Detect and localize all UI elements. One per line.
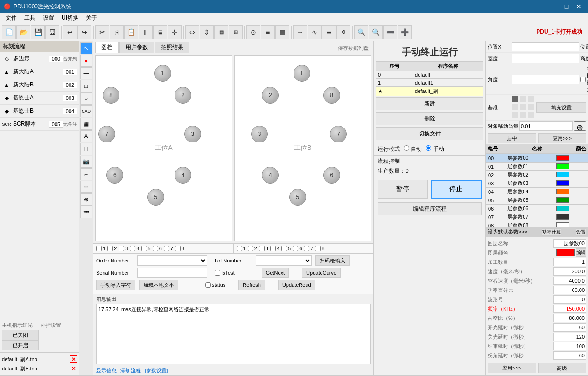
tool-more[interactable]: ••• <box>80 206 92 218</box>
switch-btn[interactable]: 切换文件 <box>376 127 483 140</box>
cb-a-3[interactable]: 3 <box>119 246 128 251</box>
tb-mirror2[interactable]: ⇕ <box>200 25 214 39</box>
node-b-8[interactable]: 8 <box>323 87 340 104</box>
cb-a-5[interactable]: 5 <box>141 246 151 251</box>
cb-b-7[interactable]: 7 <box>304 246 313 251</box>
cb-a-8[interactable]: 8 <box>175 246 184 251</box>
tb-array[interactable]: ⊞ <box>229 25 243 39</box>
tab-photos[interactable]: 拍照结果 <box>155 42 189 53</box>
wave-value[interactable]: 0 <box>553 295 586 304</box>
base-mc[interactable] <box>520 104 526 110</box>
tool-align2[interactable]: ↕↕ <box>80 181 92 193</box>
tool-point[interactable]: ● <box>80 55 92 67</box>
power-value[interactable]: 60.00 <box>553 286 586 294</box>
pause-btn[interactable]: 暂停 <box>378 180 428 199</box>
load-local-btn[interactable]: 加载本地文本 <box>139 280 178 290</box>
save-data-btn[interactable]: 保存数据到盘 <box>335 44 371 53</box>
layer-row-05[interactable]: 05 层参数05 <box>486 196 588 205</box>
tb-save[interactable]: 💾 <box>31 25 45 39</box>
width-input[interactable] <box>512 54 579 63</box>
auto-mode-label[interactable]: 自动 <box>404 145 422 153</box>
freq-value[interactable]: 150.000 <box>553 305 586 313</box>
tool-barcode[interactable]: ||| <box>80 143 92 155</box>
tb-redo[interactable]: ↪ <box>77 25 91 39</box>
base-tc[interactable] <box>520 96 526 102</box>
param-settings-btn[interactable]: [参数设置] <box>145 367 168 374</box>
node-b-6[interactable]: 6 <box>323 167 340 184</box>
maximize-button[interactable]: □ <box>561 2 572 11</box>
new-btn[interactable]: 新建 <box>376 97 483 110</box>
get-next-btn[interactable]: GetNext <box>262 268 289 278</box>
node-a-6[interactable]: 6 <box>106 167 123 184</box>
calc-btn[interactable]: 功率计算 <box>542 228 561 236</box>
tb-copy[interactable]: ⎘ <box>110 25 124 39</box>
auto-radio[interactable] <box>404 145 409 151</box>
cb-a-4[interactable]: 4 <box>130 246 139 251</box>
workstation-b[interactable]: 工位B 1 2 8 3 7 4 6 5 <box>234 55 371 241</box>
light-off-value[interactable]: 120 <box>553 333 586 341</box>
update-curve-btn[interactable]: UpdateCurve <box>302 268 341 278</box>
tb-minus[interactable]: ➖ <box>383 25 397 39</box>
tb-paste[interactable]: 📋 <box>124 25 138 39</box>
cb-b-6[interactable]: 6 <box>293 246 302 251</box>
cb-b-3[interactable]: 3 <box>259 246 268 251</box>
node-a-7[interactable]: 7 <box>98 126 115 142</box>
node-a-4[interactable]: 4 <box>175 167 191 184</box>
cb-b-2[interactable]: 2 <box>248 246 257 251</box>
msg-box[interactable]: 17:57:24: mes连接异常,请检查网络连接是否正常 <box>96 304 371 364</box>
fr-apply-btn[interactable]: 应用>>> <box>488 363 536 373</box>
flow-item-polygon[interactable]: ◇ 多边形 000 合并列 <box>0 52 79 65</box>
tb-cols[interactable]: ▦ <box>214 25 228 39</box>
tab-drawings[interactable]: 图档 <box>95 42 119 53</box>
end-delay-value[interactable]: 100 <box>553 342 586 350</box>
flow-item-kb[interactable]: ◆ 基恩士B 004 <box>0 105 79 118</box>
node-b-4[interactable]: 4 <box>262 167 279 184</box>
status-checkbox[interactable] <box>205 282 211 288</box>
layer-row-00[interactable]: 00 层参数00 <box>486 154 588 163</box>
tool-text[interactable]: A <box>80 130 92 142</box>
menu-settings[interactable]: 设置 <box>39 13 58 23</box>
tool-camera[interactable]: 📷 <box>80 156 92 168</box>
menu-tools[interactable]: 工具 <box>21 13 39 23</box>
scale-lock-checkbox[interactable] <box>580 77 586 82</box>
layer-name-value[interactable]: 层参数00 <box>553 239 586 248</box>
node-a-3[interactable]: 3 <box>184 126 201 142</box>
tb-search[interactable]: ⊙ <box>246 25 260 39</box>
workstation-a[interactable]: 工位A 1 2 8 3 7 4 6 5 <box>95 55 232 241</box>
node-b-1[interactable]: 1 <box>294 65 310 82</box>
move-amount-up[interactable]: ⊕ <box>574 121 586 131</box>
tb-arrow[interactable]: → <box>293 25 307 39</box>
stop-btn[interactable]: 停止 <box>431 180 482 199</box>
tb-blocks[interactable]: ▪▪ <box>322 25 336 39</box>
refresh-btn[interactable]: Refresh <box>238 280 265 290</box>
base-ml[interactable] <box>512 104 518 110</box>
show-info-btn[interactable]: 显示信息 <box>96 367 117 374</box>
cb-b-5[interactable]: 5 <box>281 246 291 251</box>
settings-btn2[interactable]: 设置 <box>576 228 586 236</box>
tb-zoom[interactable]: 🔍 <box>354 25 368 39</box>
layer-row-08[interactable]: 08 层参数08 <box>486 221 588 228</box>
light-on-value[interactable]: 60 <box>553 323 586 332</box>
node-a-1[interactable]: 1 <box>154 65 171 82</box>
node-b-5[interactable]: 5 <box>289 189 306 206</box>
tb-distribute[interactable]: ⬓ <box>153 25 167 39</box>
host-on-btn[interactable]: 已开启 <box>2 340 39 350</box>
node-a-8[interactable]: 8 <box>103 87 119 104</box>
flow-item-scr[interactable]: SCR SCR脚本 005 无备注 <box>0 118 79 131</box>
tool-cad[interactable]: CAD <box>80 105 92 117</box>
base-br[interactable] <box>528 112 534 118</box>
tool-transform[interactable]: ⊕ <box>80 193 92 206</box>
tb-list[interactable]: ≡ <box>261 25 275 39</box>
tool-rect[interactable]: □ <box>80 80 92 92</box>
tb-new[interactable]: 📄 <box>2 25 16 39</box>
tool-measure[interactable]: ⌐ <box>80 168 92 180</box>
corner-delay-value[interactable]: 60 <box>553 351 586 360</box>
advanced-btn[interactable]: 高级 <box>538 363 587 373</box>
tb-save2[interactable]: 🖫 <box>45 25 59 39</box>
run-row-0[interactable]: 0 default <box>376 71 483 79</box>
base-bl[interactable] <box>512 112 518 118</box>
node-a-5[interactable]: 5 <box>147 189 164 206</box>
minimize-button[interactable]: ─ <box>549 2 560 11</box>
tb-cut[interactable]: ✂ <box>95 25 109 39</box>
manual-radio[interactable] <box>426 145 431 151</box>
